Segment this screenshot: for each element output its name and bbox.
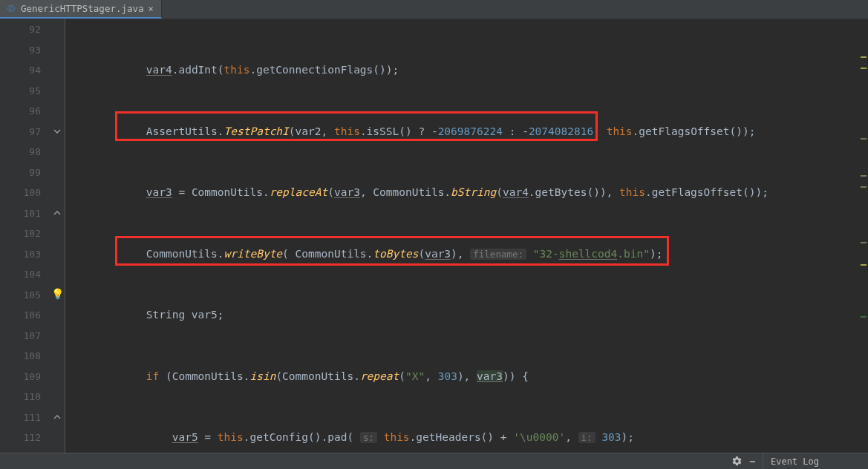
- line-number: 112: [0, 427, 41, 448]
- tab-file[interactable]: Ⓒ GenericHTTPStager.java ×: [0, 0, 162, 19]
- fold-up-icon[interactable]: [52, 208, 62, 218]
- code-line[interactable]: var5 = this.getConfig().pad( s: this.get…: [68, 427, 868, 448]
- line-number: 99: [0, 163, 41, 183]
- line-number: 95: [0, 81, 41, 102]
- tab-filename: GenericHTTPStager.java: [21, 3, 144, 14]
- line-number: 106: [0, 305, 41, 326]
- code-area[interactable]: var4.addInt(this.getConnectionFlags()); …: [65, 19, 868, 453]
- line-number: 102: [0, 223, 41, 244]
- line-number: 98: [0, 142, 41, 163]
- tab-bar: Ⓒ GenericHTTPStager.java ×: [0, 0, 868, 19]
- code-line[interactable]: var3 = CommonUtils.replaceAt(var3, Commo…: [68, 183, 868, 203]
- code-line[interactable]: String var5;: [68, 305, 868, 326]
- line-number: 107: [0, 326, 41, 347]
- marker-column: 💡: [50, 19, 65, 453]
- settings-icon[interactable]: [731, 456, 743, 467]
- line-number: 105: [0, 285, 41, 306]
- fold-up-icon[interactable]: [52, 412, 62, 422]
- line-number: 100: [0, 183, 41, 203]
- code-line[interactable]: var4.addInt(this.getConnectionFlags());: [68, 60, 868, 81]
- close-icon[interactable]: ×: [149, 4, 154, 14]
- line-number-gutter: 9293949596979899100101102103104105106107…: [0, 19, 50, 453]
- line-number: 92: [0, 19, 41, 40]
- line-number: 111: [0, 407, 41, 428]
- line-number: 96: [0, 101, 41, 122]
- line-number: 101: [0, 203, 41, 224]
- status-bar: — Event Log: [0, 453, 868, 469]
- editor[interactable]: 9293949596979899100101102103104105106107…: [0, 19, 868, 453]
- class-icon: Ⓒ: [6, 4, 16, 14]
- code-line[interactable]: if (CommonUtils.isin(CommonUtils.repeat(…: [68, 367, 868, 387]
- dash-icon[interactable]: —: [750, 456, 755, 467]
- code-line[interactable]: CommonUtils.writeByte( CommonUtils.toByt…: [68, 244, 868, 265]
- scrollbar[interactable]: [859, 19, 868, 453]
- line-number: 109: [0, 367, 41, 387]
- line-number: 110: [0, 387, 41, 407]
- code-line[interactable]: AssertUtils.TestPatchI(var2, this.isSSL(…: [68, 122, 868, 142]
- fold-icon[interactable]: [52, 126, 62, 137]
- line-number: 94: [0, 60, 41, 81]
- lightbulb-icon[interactable]: 💡: [52, 289, 62, 299]
- line-number: 104: [0, 264, 41, 285]
- line-number: 93: [0, 40, 41, 61]
- line-number: 108: [0, 346, 41, 367]
- line-number: 97: [0, 122, 41, 142]
- event-log-button[interactable]: Event Log: [771, 456, 864, 467]
- line-number: 103: [0, 244, 41, 265]
